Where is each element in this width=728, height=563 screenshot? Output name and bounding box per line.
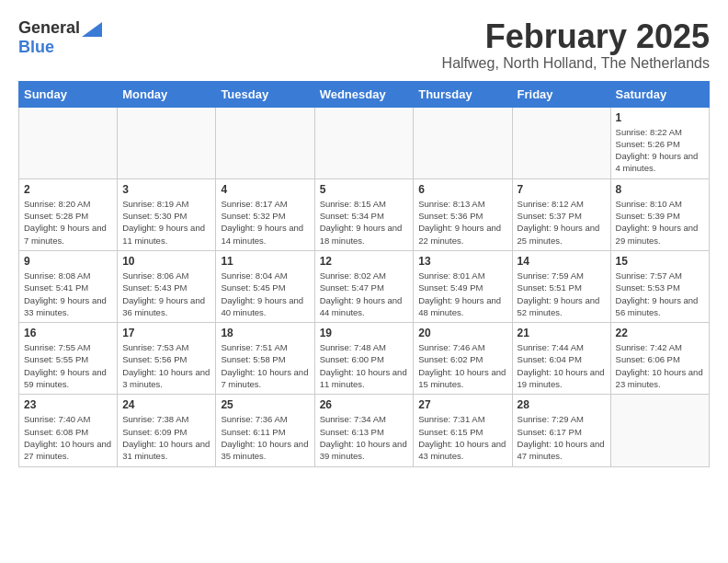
day-number: 10	[122, 255, 210, 268]
calendar-cell: 24Sunrise: 7:38 AMSunset: 6:09 PMDayligh…	[118, 395, 216, 466]
day-info: Sunrise: 8:20 AMSunset: 5:28 PMDaylight:…	[24, 198, 112, 247]
day-info: Sunrise: 7:31 AMSunset: 6:15 PMDaylight:…	[418, 413, 506, 462]
header-thursday: Thursday	[414, 81, 512, 107]
header-sunday: Sunday	[19, 81, 118, 107]
day-info: Sunrise: 7:42 AMSunset: 6:06 PMDaylight:…	[616, 341, 704, 390]
day-number: 19	[320, 327, 409, 339]
header-monday: Monday	[118, 81, 216, 107]
day-info: Sunrise: 7:55 AMSunset: 5:55 PMDaylight:…	[24, 341, 112, 390]
calendar-cell: 10Sunrise: 8:06 AMSunset: 5:43 PMDayligh…	[118, 250, 216, 322]
calendar-week-row: 9Sunrise: 8:08 AMSunset: 5:41 PMDaylight…	[19, 250, 710, 322]
day-number: 17	[122, 327, 210, 339]
day-number: 24	[122, 398, 210, 411]
month-title: February 2025	[442, 18, 710, 55]
calendar-cell: 1Sunrise: 8:22 AMSunset: 5:26 PMDaylight…	[610, 107, 709, 178]
weekday-header-row: Sunday Monday Tuesday Wednesday Thursday…	[19, 81, 710, 107]
day-info: Sunrise: 7:29 AMSunset: 6:17 PMDaylight:…	[518, 413, 606, 462]
day-info: Sunrise: 7:34 AMSunset: 6:13 PMDaylight:…	[320, 413, 409, 462]
calendar-cell: 11Sunrise: 8:04 AMSunset: 5:45 PMDayligh…	[216, 250, 314, 322]
day-info: Sunrise: 8:22 AMSunset: 5:26 PMDaylight:…	[616, 126, 704, 175]
calendar-cell	[216, 107, 314, 178]
day-number: 20	[418, 327, 506, 339]
calendar-table: Sunday Monday Tuesday Wednesday Thursday…	[18, 81, 710, 467]
calendar-header: Sunday Monday Tuesday Wednesday Thursday…	[19, 81, 710, 107]
header-tuesday: Tuesday	[216, 81, 314, 107]
calendar-cell: 27Sunrise: 7:31 AMSunset: 6:15 PMDayligh…	[414, 395, 512, 466]
svg-marker-0	[82, 22, 102, 37]
day-info: Sunrise: 8:17 AMSunset: 5:32 PMDaylight:…	[221, 198, 309, 247]
calendar-cell: 16Sunrise: 7:55 AMSunset: 5:55 PMDayligh…	[19, 323, 118, 395]
calendar-cell: 13Sunrise: 8:01 AMSunset: 5:49 PMDayligh…	[414, 250, 512, 322]
calendar-cell: 6Sunrise: 8:13 AMSunset: 5:36 PMDaylight…	[414, 178, 512, 250]
day-number: 6	[418, 183, 506, 196]
day-number: 28	[518, 398, 606, 411]
calendar-cell: 17Sunrise: 7:53 AMSunset: 5:56 PMDayligh…	[118, 323, 216, 395]
day-info: Sunrise: 8:04 AMSunset: 5:45 PMDaylight:…	[221, 270, 309, 318]
calendar-cell: 22Sunrise: 7:42 AMSunset: 6:06 PMDayligh…	[610, 323, 709, 395]
logo-general-text: General	[18, 18, 80, 38]
header-wednesday: Wednesday	[314, 81, 414, 107]
calendar-cell	[610, 395, 709, 466]
day-info: Sunrise: 7:48 AMSunset: 6:00 PMDaylight:…	[320, 341, 409, 390]
day-number: 15	[616, 255, 704, 268]
day-number: 21	[518, 327, 606, 339]
day-number: 12	[320, 255, 409, 268]
day-info: Sunrise: 7:38 AMSunset: 6:09 PMDaylight:…	[122, 413, 210, 462]
day-number: 9	[24, 255, 112, 268]
logo-icon	[82, 22, 102, 37]
calendar-cell: 19Sunrise: 7:48 AMSunset: 6:00 PMDayligh…	[314, 323, 414, 395]
header-friday: Friday	[512, 81, 610, 107]
calendar-cell	[512, 107, 610, 178]
calendar-cell: 21Sunrise: 7:44 AMSunset: 6:04 PMDayligh…	[512, 323, 610, 395]
day-number: 7	[518, 183, 606, 196]
calendar-cell: 28Sunrise: 7:29 AMSunset: 6:17 PMDayligh…	[512, 395, 610, 466]
calendar-week-row: 1Sunrise: 8:22 AMSunset: 5:26 PMDaylight…	[19, 107, 710, 178]
day-number: 3	[122, 183, 210, 196]
day-number: 4	[221, 183, 309, 196]
day-number: 2	[24, 183, 112, 196]
page-header: General Blue February 2025 Halfweg, Nort…	[18, 18, 710, 72]
day-number: 16	[24, 327, 112, 339]
logo: General Blue	[18, 18, 102, 57]
calendar-cell: 15Sunrise: 7:57 AMSunset: 5:53 PMDayligh…	[610, 250, 709, 322]
calendar-cell	[19, 107, 118, 178]
calendar-cell: 14Sunrise: 7:59 AMSunset: 5:51 PMDayligh…	[512, 250, 610, 322]
day-info: Sunrise: 8:08 AMSunset: 5:41 PMDaylight:…	[24, 270, 112, 318]
day-number: 18	[221, 327, 309, 339]
calendar-body: 1Sunrise: 8:22 AMSunset: 5:26 PMDaylight…	[19, 107, 710, 466]
calendar-week-row: 23Sunrise: 7:40 AMSunset: 6:08 PMDayligh…	[19, 395, 710, 466]
calendar-cell: 4Sunrise: 8:17 AMSunset: 5:32 PMDaylight…	[216, 178, 314, 250]
day-info: Sunrise: 7:40 AMSunset: 6:08 PMDaylight:…	[24, 413, 112, 462]
calendar-week-row: 16Sunrise: 7:55 AMSunset: 5:55 PMDayligh…	[19, 323, 710, 395]
calendar-cell: 26Sunrise: 7:34 AMSunset: 6:13 PMDayligh…	[314, 395, 414, 466]
calendar-cell: 12Sunrise: 8:02 AMSunset: 5:47 PMDayligh…	[314, 250, 414, 322]
calendar-cell	[414, 107, 512, 178]
calendar-cell: 9Sunrise: 8:08 AMSunset: 5:41 PMDaylight…	[19, 250, 118, 322]
day-info: Sunrise: 8:19 AMSunset: 5:30 PMDaylight:…	[122, 198, 210, 247]
day-info: Sunrise: 7:44 AMSunset: 6:04 PMDaylight:…	[518, 341, 606, 390]
day-info: Sunrise: 8:15 AMSunset: 5:34 PMDaylight:…	[320, 198, 409, 247]
calendar-cell	[118, 107, 216, 178]
location-subtitle: Halfweg, North Holland, The Netherlands	[442, 55, 710, 72]
calendar-cell	[314, 107, 414, 178]
day-number: 22	[616, 327, 704, 339]
calendar-cell: 5Sunrise: 8:15 AMSunset: 5:34 PMDaylight…	[314, 178, 414, 250]
day-info: Sunrise: 7:36 AMSunset: 6:11 PMDaylight:…	[221, 413, 309, 462]
day-info: Sunrise: 7:53 AMSunset: 5:56 PMDaylight:…	[122, 341, 210, 390]
calendar-cell: 3Sunrise: 8:19 AMSunset: 5:30 PMDaylight…	[118, 178, 216, 250]
day-number: 26	[320, 398, 409, 411]
calendar-cell: 23Sunrise: 7:40 AMSunset: 6:08 PMDayligh…	[19, 395, 118, 466]
day-info: Sunrise: 7:57 AMSunset: 5:53 PMDaylight:…	[616, 270, 704, 318]
day-info: Sunrise: 8:02 AMSunset: 5:47 PMDaylight:…	[320, 270, 409, 318]
day-number: 14	[518, 255, 606, 268]
day-info: Sunrise: 8:13 AMSunset: 5:36 PMDaylight:…	[418, 198, 506, 247]
day-number: 1	[616, 111, 704, 124]
calendar-cell: 18Sunrise: 7:51 AMSunset: 5:58 PMDayligh…	[216, 323, 314, 395]
day-info: Sunrise: 7:59 AMSunset: 5:51 PMDaylight:…	[518, 270, 606, 318]
day-number: 13	[418, 255, 506, 268]
day-number: 27	[418, 398, 506, 411]
logo-blue-text: Blue	[18, 38, 54, 56]
calendar-cell: 25Sunrise: 7:36 AMSunset: 6:11 PMDayligh…	[216, 395, 314, 466]
day-info: Sunrise: 8:12 AMSunset: 5:37 PMDaylight:…	[518, 198, 606, 247]
header-saturday: Saturday	[610, 81, 709, 107]
